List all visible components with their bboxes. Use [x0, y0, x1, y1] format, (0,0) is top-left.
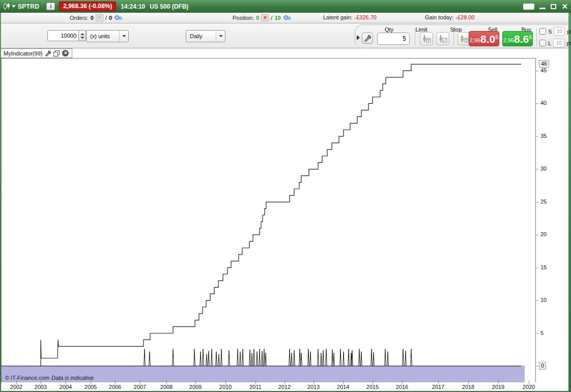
- stop-distance-row: S pts: [539, 27, 571, 36]
- info-button[interactable]: i: [46, 3, 55, 10]
- x-tick-label: 2004: [60, 384, 72, 390]
- y-axis[interactable]: 51015202530354045460: [536, 58, 568, 382]
- sell-button[interactable]: 2,968.06: [469, 31, 499, 46]
- x-tick-label: 2008: [160, 384, 173, 390]
- indicator-settings-wrench-icon[interactable]: [45, 50, 51, 57]
- close-button[interactable]: ✕: [561, 3, 568, 10]
- buy-button[interactable]: 2,968.66: [502, 31, 533, 46]
- limit-pts-input[interactable]: [553, 39, 564, 47]
- chevron-down-icon: [216, 31, 225, 42]
- x-tick-label: 2009: [189, 384, 202, 390]
- indicator-plot[interactable]: [1, 58, 536, 382]
- qty-label: Qty: [385, 26, 393, 33]
- x-tick-label: 2014: [337, 384, 349, 390]
- x-tick-label: 2003: [35, 384, 47, 390]
- indicator-tab-row: MyIndicator(99) ✕: [1, 48, 568, 58]
- stop-pts-input[interactable]: [554, 27, 565, 36]
- price-change-badge: 2,968.36 (-0.08%): [59, 2, 116, 11]
- limit-order-buy-icon[interactable]: [420, 32, 433, 45]
- timeframe-select[interactable]: Daily: [186, 30, 225, 42]
- keyboard-icon[interactable]: [523, 3, 534, 10]
- stop-check-label: S: [548, 29, 552, 35]
- close-indicator-icon[interactable]: ✕: [62, 50, 69, 57]
- units-value: (x) units: [90, 33, 110, 39]
- candlestick-icon: [3, 3, 10, 10]
- qty-input[interactable]: [377, 33, 410, 45]
- x-tick-label: 2020: [523, 384, 535, 390]
- orders-settings-gear-icon[interactable]: ⚙⚙: [114, 15, 121, 21]
- y-tick: [536, 235, 538, 235]
- x-tick-label: 2013: [307, 384, 320, 390]
- orders-max: 0: [109, 15, 112, 21]
- position-group: Position: 0 ✕ / 10 ⚙⚙: [233, 14, 290, 21]
- sell-price-small: 2,96: [470, 37, 480, 44]
- limit-check-label: L: [548, 40, 551, 46]
- latent-gain-label: Latent gain:: [323, 14, 353, 20]
- detach-window-icon[interactable]: [53, 50, 60, 57]
- y-tick: [536, 300, 538, 301]
- indicator-name: MyIndicator(99): [4, 50, 42, 57]
- x-tick-label: 2015: [366, 384, 379, 390]
- y-tick-label: 45: [540, 67, 547, 73]
- x-tick-label: 2002: [10, 384, 22, 390]
- close-position-icon[interactable]: ✕: [261, 14, 269, 21]
- orders-slash: /: [105, 15, 107, 21]
- x-tick-label: 2012: [278, 384, 291, 390]
- status-bar: Orders: 0 ✕ / 0 ⚙⚙ Position: 0 ✕ / 10 ⚙⚙…: [1, 13, 568, 23]
- chevron-down-icon: [119, 31, 128, 42]
- position-count: 0: [256, 15, 259, 21]
- limit-checkbox[interactable]: [539, 40, 546, 46]
- latent-gain-group: Latent gain: -£326.70: [323, 14, 377, 20]
- buy-price-sup: 6: [529, 33, 532, 42]
- maximize-button[interactable]: [551, 4, 556, 9]
- minimize-button[interactable]: [539, 4, 546, 9]
- chart-area: 51015202530354045460 2002200320042005200…: [1, 58, 568, 391]
- buy-price-small: 2,96: [503, 37, 514, 44]
- amount-stepper[interactable]: [79, 30, 86, 41]
- sell-price-sup: 6: [495, 33, 498, 42]
- y-tick: [536, 136, 538, 137]
- buy-price-big: 8.6: [514, 34, 529, 44]
- x-axis[interactable]: 2002200320042005200620072008200920102011…: [1, 382, 568, 391]
- indicator-tab[interactable]: MyIndicator(99) ✕: [1, 48, 72, 58]
- copyright-note: © IT-Finance.comData is indicative: [5, 375, 94, 381]
- y-tick-label: 15: [540, 264, 547, 270]
- amount-input[interactable]: [47, 30, 79, 41]
- current-value-marker: 46: [539, 60, 549, 68]
- position-settings-gear-icon[interactable]: ⚙⚙: [283, 15, 290, 21]
- timeframe-value: Daily: [190, 33, 202, 39]
- y-tick-label: 35: [540, 133, 547, 139]
- x-tick-label: 2011: [249, 384, 262, 390]
- orders-group: Orders: 0 ✕ / 0 ⚙⚙: [70, 14, 121, 21]
- x-tick-label: 2006: [109, 384, 121, 390]
- x-tick-label: 2018: [462, 384, 474, 390]
- collapse-panel-arrow-icon[interactable]: [357, 35, 360, 40]
- limit-distance-row: L pts: [539, 39, 571, 47]
- x-tick-label: 2007: [134, 384, 146, 390]
- y-tick-label: 25: [540, 199, 547, 205]
- y-tick: [536, 366, 538, 367]
- data-indicative-text: Data is indicative: [51, 375, 94, 381]
- position-slash: /: [271, 15, 272, 21]
- cancel-orders-icon: ✕: [96, 14, 103, 21]
- stop-checkbox[interactable]: [539, 28, 546, 35]
- gain-today-label: Gain today:: [425, 14, 453, 20]
- stop-pts-label: pts: [567, 29, 571, 35]
- symbol-name: SPTRD: [18, 3, 39, 10]
- symbol-dropdown-caret[interactable]: [12, 5, 16, 8]
- y-tick-label: 20: [540, 231, 547, 237]
- limit-order-sell-icon[interactable]: [436, 32, 449, 45]
- units-select[interactable]: (x) units: [86, 30, 129, 42]
- clock-time: 14:24:10: [121, 3, 145, 10]
- latent-gain-value: -£326.70: [355, 14, 377, 20]
- y-tick: [536, 169, 538, 170]
- title-bar: SPTRD i 2,968.36 (-0.08%) 14:24:10 US 50…: [0, 0, 571, 13]
- y-tick: [536, 71, 538, 71]
- market-name: US 500 (DFB): [150, 3, 188, 10]
- sell-price-big: 8.0: [480, 34, 495, 44]
- y-tick-label: 10: [540, 297, 547, 303]
- copyright-text: © IT-Finance.com: [5, 375, 49, 381]
- y-tick-label: 5: [540, 330, 544, 336]
- order-settings-wrench-icon[interactable]: [362, 33, 373, 44]
- x-tick-label: 2019: [492, 384, 504, 390]
